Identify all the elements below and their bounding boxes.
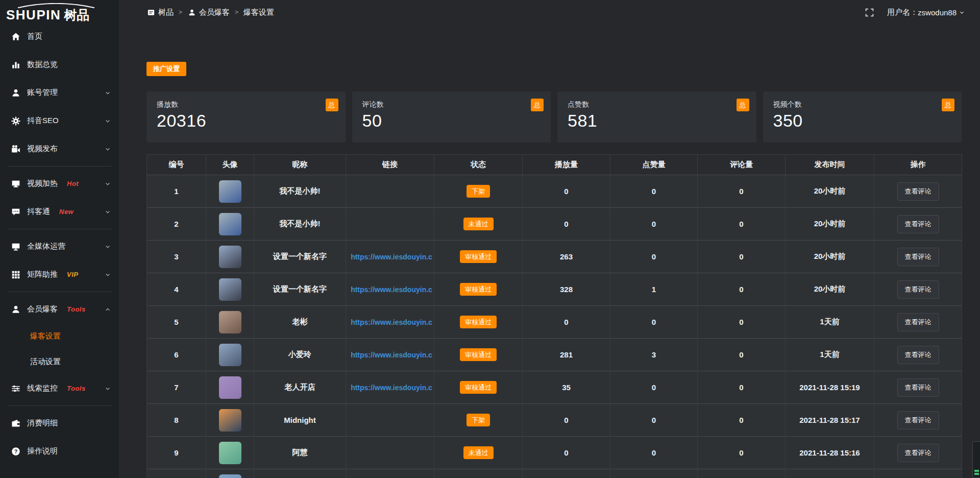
sidebar-item-account-manage[interactable]: 账号管理 xyxy=(0,79,119,107)
cell-link xyxy=(346,469,434,478)
chevron-down-icon xyxy=(105,181,111,187)
user-menu[interactable]: 用户名： zswodun88 xyxy=(887,8,965,17)
videos-table: 编号头像昵称链接状态播放量点赞量评论量发布时间操作1我不是小帅!下架00020小… xyxy=(146,154,962,478)
column-header: 操作 xyxy=(874,155,962,175)
status-badge: 未通过 xyxy=(463,446,494,459)
promo-settings-button[interactable]: 推广设置 xyxy=(146,62,186,76)
view-comments-button[interactable]: 查看评论 xyxy=(897,280,939,299)
cell-status: 审核通过 xyxy=(434,306,523,339)
cell-publish-time: 2021-11-28 15:16 xyxy=(786,437,874,469)
view-comments-button[interactable]: 查看评论 xyxy=(897,346,939,364)
cell-comments: 0 xyxy=(698,306,786,339)
sidebar-divider xyxy=(7,166,112,166)
breadcrumb-separator: > xyxy=(179,9,182,16)
cell-actions: 查看评论 xyxy=(874,273,962,306)
breadcrumb-item[interactable]: 会员爆客 xyxy=(187,8,230,17)
sidebar-item-matrix-boost[interactable]: 矩阵助推VIP xyxy=(0,260,119,289)
avatar xyxy=(219,442,241,464)
sidebar-item-douyin-seo[interactable]: 抖音SEO xyxy=(0,107,119,135)
cell-status: 审核通过 xyxy=(434,241,523,273)
grid-icon xyxy=(11,270,20,279)
breadcrumb-item[interactable]: 爆客设置 xyxy=(243,8,274,17)
breadcrumb-label: 树品 xyxy=(158,8,174,17)
cell-plays xyxy=(523,469,610,478)
cell-avatar xyxy=(206,404,254,437)
username-prefix: 用户名： xyxy=(887,8,918,17)
breadcrumb-item[interactable]: 树品 xyxy=(146,8,174,17)
avatar xyxy=(219,376,241,399)
help-icon: ? xyxy=(11,447,20,456)
stat-value: 20316 xyxy=(157,111,335,131)
cell-actions: 查看评论 xyxy=(874,339,962,371)
stat-card-comments: 评论数50总 xyxy=(352,91,551,142)
sidebar-item-member-baoke[interactable]: 会员爆客Tools xyxy=(0,295,119,323)
stat-card-videos: 视频个数350总 xyxy=(763,91,962,142)
status-badge: 未通过 xyxy=(463,218,494,230)
view-comments-button[interactable]: 查看评论 xyxy=(897,248,939,266)
cell-serial: 7 xyxy=(147,371,206,404)
stat-label: 点赞数 xyxy=(568,100,746,109)
heat-icon xyxy=(11,179,20,188)
cell-status: 审核通过 xyxy=(434,339,523,371)
cell-actions: 查看评论 xyxy=(874,241,962,273)
sidebar-item-video-publish[interactable]: 视频发布 xyxy=(0,135,119,163)
cell-likes: 0 xyxy=(610,437,698,469)
table-row: 2我不是小帅!未通过00020小时前查看评论 xyxy=(147,208,962,241)
video-link[interactable]: https://www.iesdouyin.c xyxy=(351,318,432,326)
cell-plays: 263 xyxy=(523,241,610,273)
cell-plays: 0 xyxy=(523,306,610,339)
table-row: 1我不是小帅!下架00020小时前查看评论 xyxy=(147,175,962,208)
logo: SHUPIN 树品 xyxy=(0,3,119,22)
chevron-down-icon xyxy=(105,90,111,96)
sidebar-item-home[interactable]: 首页 xyxy=(0,22,119,51)
sidebar-item-data-overview[interactable]: 数据总览 xyxy=(0,51,119,79)
sidebar-item-clue-monitor[interactable]: 线索监控Tools xyxy=(0,374,119,402)
username-value: zswodun88 xyxy=(918,8,957,17)
fullscreen-icon[interactable] xyxy=(865,8,874,17)
view-comments-button[interactable]: 查看评论 xyxy=(897,411,939,429)
cell-status: 下架 xyxy=(434,404,523,437)
view-comments-button[interactable]: 查看评论 xyxy=(897,215,939,233)
view-comments-button[interactable]: 查看评论 xyxy=(897,378,939,397)
view-comments-button[interactable]: 查看评论 xyxy=(897,313,939,331)
sidebar-item-label: 会员爆客 xyxy=(27,304,58,314)
submenu-item-baoke-settings[interactable]: 爆客设置 xyxy=(0,323,119,349)
video-link[interactable]: https://www.iesdouyin.c xyxy=(351,384,432,392)
sidebar-badge: Tools xyxy=(67,305,86,313)
cell-plays: 35 xyxy=(523,371,610,404)
column-header: 播放量 xyxy=(523,155,610,175)
cell-comments: 0 xyxy=(698,208,786,241)
breadcrumb: 树品>会员爆客>爆客设置 xyxy=(146,8,274,17)
cell-likes xyxy=(610,469,698,478)
video-link[interactable]: https://www.iesdouyin.c xyxy=(351,285,432,294)
logo-text-en: SHUPIN xyxy=(6,8,61,21)
video-link[interactable]: https://www.iesdouyin.c xyxy=(351,351,432,359)
sidebar-item-douketong[interactable]: 抖客通New xyxy=(0,198,119,226)
sidebar-item-consume-detail[interactable]: 消费明细 xyxy=(0,409,119,437)
cell-nickname: Midnight xyxy=(254,404,346,437)
view-comments-button[interactable]: 查看评论 xyxy=(897,182,939,201)
cell-likes: 0 xyxy=(610,306,698,339)
sidebar-item-video-heat[interactable]: 视频加热Hot xyxy=(0,170,119,198)
submenu-item-activity-settings[interactable]: 活动设置 xyxy=(0,349,119,374)
sidebar-item-label: 首页 xyxy=(27,32,42,41)
cell-likes: 0 xyxy=(610,208,698,241)
video-link[interactable]: https://www.iesdouyin.c xyxy=(351,253,432,261)
cell-comments: 0 xyxy=(698,437,786,469)
cell-likes: 1 xyxy=(610,273,698,306)
sidebar-item-media-operation[interactable]: 全媒体运营 xyxy=(0,232,119,260)
sidebar-badge: New xyxy=(59,208,74,216)
floating-widget[interactable] xyxy=(972,441,980,478)
sidebar-item-operation-guide[interactable]: ?操作说明 xyxy=(0,437,119,465)
avatar xyxy=(219,213,241,235)
view-comments-button[interactable]: 查看评论 xyxy=(897,444,939,462)
cell-status: 审核通过 xyxy=(434,371,523,404)
cell-likes: 0 xyxy=(610,175,698,208)
stat-label: 播放数 xyxy=(157,100,335,109)
user-icon xyxy=(11,305,20,314)
sidebar-item-label: 全媒体运营 xyxy=(27,242,65,251)
chevron-down-icon xyxy=(105,244,111,250)
cell-status: 下架 xyxy=(434,175,523,208)
stat-label: 评论数 xyxy=(362,100,541,109)
cell-publish-time: 1天前 xyxy=(786,339,874,371)
